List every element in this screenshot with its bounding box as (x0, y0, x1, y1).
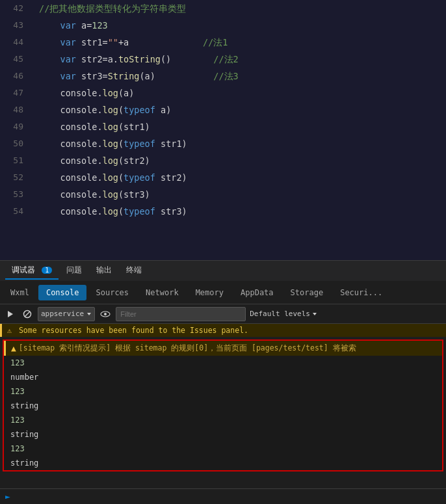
code-line-54: 54 console.log(typeof str3) (0, 203, 446, 220)
tab-memory[interactable]: Memory (188, 285, 231, 300)
issues-warning-bar: ⚠ Some resources have been found to the … (0, 324, 446, 337)
code-line-45: 45 var str2=a.toString() //法2 (0, 51, 446, 68)
tab-wxml[interactable]: Wxml (3, 285, 37, 300)
code-line-50: 50 console.log(typeof str1) (0, 135, 446, 152)
clear-console-icon[interactable] (21, 308, 34, 321)
appservice-dropdown[interactable]: appservice (38, 307, 95, 321)
output-line-3: 123 (4, 384, 442, 399)
svg-marker-0 (8, 311, 13, 317)
warning-icon: ⚠ (7, 326, 12, 335)
devtools-panel: 调试器 1 问题 输出 终端 Wxml Console Sources Netw… (0, 260, 446, 504)
tab-output[interactable]: 输出 (90, 262, 118, 280)
output-line-2: number (4, 370, 442, 384)
console-input[interactable] (14, 492, 441, 501)
tab-network[interactable]: Network (138, 285, 187, 300)
tab-issues[interactable]: 问题 (60, 262, 88, 280)
debugger-badge: 1 (42, 267, 52, 274)
eye-icon[interactable] (99, 308, 112, 321)
tab-storage[interactable]: Storage (283, 285, 332, 300)
svg-point-5 (104, 313, 107, 315)
svg-marker-6 (313, 313, 317, 315)
output-line-1: 123 (4, 356, 442, 370)
code-line-43: 43 var a=123 (0, 17, 446, 34)
tab-debugger[interactable]: 调试器 1 (5, 262, 59, 280)
run-icon[interactable] (4, 308, 17, 321)
tab-security[interactable]: Securi... (332, 285, 390, 300)
console-toolbar: appservice Default levels (0, 304, 446, 324)
devtools-toolbar: Wxml Console Sources Network Memory AppD… (0, 281, 446, 304)
code-line-47: 47 console.log(a) (0, 85, 446, 101)
prompt-arrow-icon: ► (5, 492, 10, 501)
code-lines: 42 //把其他数据类型转化为字符串类型 43 var a=123 44 var… (0, 0, 446, 220)
console-prompt[interactable]: ► (0, 488, 446, 504)
output-line-4: string (4, 399, 442, 413)
code-line-52: 52 console.log(typeof str2) (0, 169, 446, 186)
console-output-box: ▲ [sitemap 索引情况提示] 根据 sitemap 的规则[0]，当前页… (3, 339, 443, 471)
tab-sources[interactable]: Sources (88, 285, 137, 300)
code-line-53: 53 console.log(str3) (0, 186, 446, 203)
warning-triangle-icon: ▲ (11, 343, 16, 353)
svg-marker-3 (87, 313, 91, 315)
tab-console[interactable]: Console (38, 285, 87, 300)
default-levels-dropdown[interactable]: Default levels (250, 310, 317, 318)
svg-line-2 (25, 312, 30, 317)
tab-appdata[interactable]: AppData (233, 285, 282, 300)
code-line-44: 44 var str1=""+a //法1 (0, 34, 446, 51)
sitemap-warning: ▲ [sitemap 索引情况提示] 根据 sitemap 的规则[0]，当前页… (4, 341, 442, 356)
output-line-7: 123 (4, 442, 442, 456)
code-line-48: 48 console.log(typeof a) (0, 101, 446, 118)
output-line-8: string (4, 456, 442, 470)
code-line-46: 46 var str3=String(a) //法3 (0, 68, 446, 85)
code-line-51: 51 console.log(str2) (0, 152, 446, 169)
filter-input[interactable] (116, 307, 246, 321)
output-line-6: string (4, 427, 442, 442)
code-line-42: 42 //把其他数据类型转化为字符串类型 (0, 0, 446, 17)
devtools-top-tabs: 调试器 1 问题 输出 终端 (0, 260, 446, 281)
output-line-5: 123 (4, 413, 442, 427)
code-editor: 42 //把其他数据类型转化为字符串类型 43 var a=123 44 var… (0, 0, 446, 260)
console-output: ⚠ Some resources have been found to the … (0, 324, 446, 488)
code-line-49: 49 console.log(str1) (0, 118, 446, 135)
tab-terminal[interactable]: 终端 (120, 262, 148, 280)
